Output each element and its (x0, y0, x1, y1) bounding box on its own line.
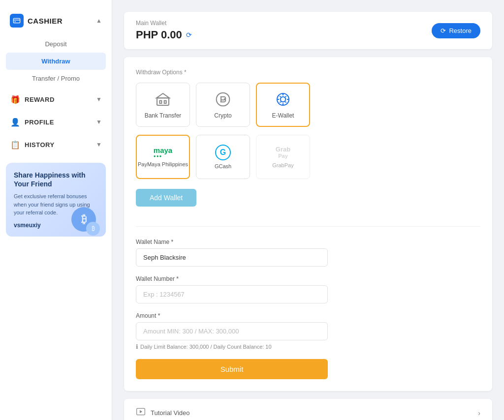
sidebar-item-deposit[interactable]: Deposit (0, 35, 112, 53)
info-icon: ℹ (136, 343, 138, 350)
cashier-chevron-icon: ▲ (96, 17, 102, 24)
wallet-info: Main Wallet PHP 0.00 ⟳ (136, 20, 192, 41)
tutorial-left: Tutorial Video (136, 407, 190, 419)
crypto-icon (214, 90, 232, 108)
amount-info: ℹ Daily Limit Balance: 300,000 / Daily C… (136, 343, 480, 350)
cashier-label: CASHIER (28, 17, 63, 25)
referral-card: Share Happiness with Your Friend Get exc… (6, 163, 106, 237)
profile-chevron-icon: ▼ (96, 119, 102, 125)
wallet-name-input[interactable] (136, 248, 328, 267)
cashier-header-left: CASHIER (10, 14, 63, 28)
wallet-number-input[interactable] (136, 285, 328, 303)
bank-transfer-icon (154, 90, 172, 108)
crypto-label: Crypto (214, 112, 231, 119)
svg-rect-3 (157, 98, 169, 105)
paymaya-label: PayMaya Philippines (138, 161, 188, 167)
tutorial-video-icon (136, 407, 146, 419)
cashier-section-header[interactable]: CASHIER ▲ (0, 10, 112, 33)
bank-transfer-label: Bank Transfer (145, 112, 182, 119)
submit-button[interactable]: Submit (136, 359, 328, 379)
option-crypto[interactable]: Crypto (196, 83, 250, 127)
sub-option-gcash[interactable]: G GCash (196, 135, 250, 179)
amount-group: Amount * ℹ Daily Limit Balance: 300,000 … (136, 312, 480, 350)
history-section: 📋 HISTORY ▼ (0, 134, 112, 155)
withdraw-options-title: Withdraw Options * (136, 69, 480, 76)
reward-header-left: 🎁 REWARD (10, 94, 55, 105)
svg-rect-4 (159, 101, 161, 103)
history-section-header[interactable]: 📋 HISTORY ▼ (0, 134, 112, 155)
profile-section-header[interactable]: 👤 PROFILE ▼ (0, 112, 112, 132)
form-divider (136, 226, 480, 227)
balance-amount: PHP 0.00 (136, 29, 182, 41)
tutorial-bar[interactable]: Tutorial Video › (124, 399, 492, 420)
ewallet-label: E-Wallet (272, 112, 294, 119)
restore-button[interactable]: ⟳ Restore (432, 23, 480, 38)
info-text-label: Daily Limit Balance: 300,000 / Daily Cou… (140, 344, 272, 350)
profile-section: 👤 PROFILE ▼ (0, 112, 112, 132)
option-bank-transfer[interactable]: Bank Transfer (136, 83, 190, 127)
cashier-icon (10, 14, 24, 28)
cashier-nav: Deposit Withdraw Transfer / Promo (0, 35, 112, 87)
tutorial-label: Tutorial Video (151, 409, 190, 417)
option-ewallet[interactable]: E-Wallet (256, 83, 310, 127)
history-icon: 📋 (10, 139, 21, 150)
wallet-number-label: Wallet Number * (136, 275, 480, 282)
tutorial-chevron-icon: › (478, 409, 480, 417)
paymaya-logo: maya ●●● (154, 147, 172, 158)
svg-rect-5 (164, 101, 166, 103)
grabpay-label: GrabPay (272, 162, 293, 168)
amount-label: Amount * (136, 312, 480, 319)
reward-chevron-icon: ▼ (96, 96, 102, 103)
wallet-number-group: Wallet Number * (136, 275, 480, 303)
restore-label: Restore (449, 27, 472, 34)
reward-icon: 🎁 (10, 94, 21, 105)
add-wallet-button[interactable]: Add Wallet (136, 189, 196, 207)
sub-option-paymaya[interactable]: maya ●●● PayMaya Philippines (136, 135, 190, 179)
referral-decoration: ₿ ₿ (71, 207, 96, 232)
amount-input[interactable] (136, 322, 328, 340)
reward-section: 🎁 REWARD ▼ (0, 89, 112, 110)
profile-header-left: 👤 PROFILE (10, 117, 54, 127)
wallet-name-group: Wallet Name * (136, 239, 480, 267)
sidebar-item-withdraw[interactable]: Withdraw (6, 53, 106, 70)
grabpay-logo: Grab Pay (276, 146, 290, 160)
refresh-icon[interactable]: ⟳ (186, 31, 192, 39)
sidebar: CASHIER ▲ Deposit Withdraw Transfer / Pr… (0, 0, 112, 420)
gcash-icon: G (215, 145, 231, 160)
reward-label: REWARD (25, 96, 55, 103)
profile-icon: 👤 (10, 117, 21, 127)
referral-title: Share Happiness with Your Friend (14, 171, 98, 188)
withdraw-options-grid: Bank Transfer Crypto (136, 83, 480, 127)
profile-label: PROFILE (25, 119, 54, 126)
svg-rect-0 (13, 18, 20, 23)
ewallet-icon (274, 90, 292, 108)
reward-section-header[interactable]: 🎁 REWARD ▼ (0, 89, 112, 110)
main-panel: Withdraw Options * Bank Transfer (124, 57, 492, 391)
sub-option-grabpay: Grab Pay GrabPay (256, 135, 310, 179)
svg-rect-2 (14, 21, 16, 22)
svg-point-8 (281, 97, 286, 102)
wallet-name-label: Wallet Name * (136, 239, 480, 245)
sidebar-item-transfer[interactable]: Transfer / Promo (0, 70, 112, 87)
wallet-header: Main Wallet PHP 0.00 ⟳ ⟳ Restore (124, 12, 492, 49)
gcash-label: GCash (215, 163, 231, 169)
history-chevron-icon: ▼ (96, 141, 102, 148)
wallet-label: Main Wallet (136, 20, 192, 27)
main-content: Main Wallet PHP 0.00 ⟳ ⟳ Restore Withdra… (112, 0, 504, 420)
history-label: HISTORY (25, 141, 55, 149)
sub-options-grid: maya ●●● PayMaya Philippines G GCash Gra… (136, 135, 480, 179)
wallet-balance-row: PHP 0.00 ⟳ (136, 29, 192, 41)
svg-point-6 (217, 93, 230, 106)
history-header-left: 📋 HISTORY (10, 139, 55, 150)
restore-icon: ⟳ (441, 27, 446, 34)
